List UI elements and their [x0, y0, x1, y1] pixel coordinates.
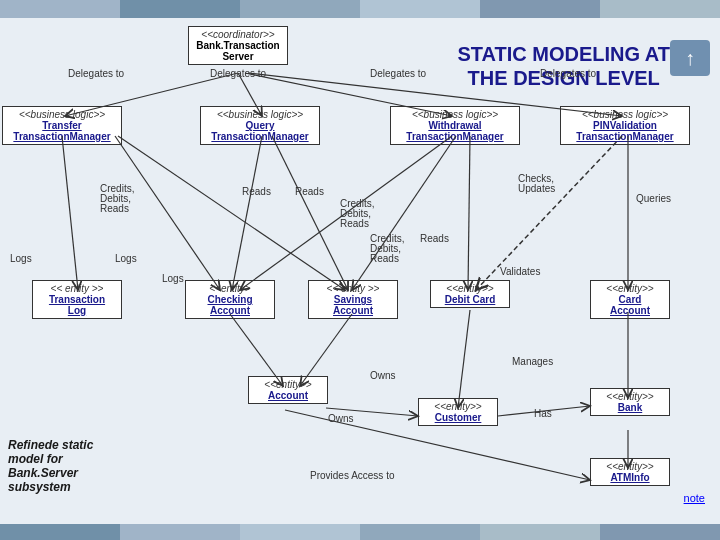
owns2-label: Owns: [328, 413, 354, 424]
customer-name: Customer: [423, 412, 493, 423]
withdrawal-name: WithdrawalTransactionManager: [395, 120, 515, 142]
bottom-bar-seg-3: [240, 524, 360, 540]
query-manager-box: <<business logic>> QueryTransactionManag…: [200, 106, 320, 145]
debitcard-name: Debit Card: [435, 294, 505, 305]
coordinator-stereotype: <<coordinator>>: [193, 29, 283, 40]
reads5-label: Reads: [295, 186, 324, 197]
atminfo-box: <<entity>> ATMInfo: [590, 458, 670, 486]
savings-name: SavingsAccount: [313, 294, 393, 316]
txlog-name: TransactionLog: [37, 294, 117, 316]
main-content: STATIC MODELING AT THE DESIGN LEVEL <<co…: [0, 18, 720, 524]
title-line1: STATIC MODELING AT: [457, 42, 670, 66]
debit-card-box: <<entity>> Debit Card: [430, 280, 510, 308]
bank-box: <<entity>> Bank: [590, 388, 670, 416]
cardaccount-stereotype: <<entity>>: [595, 283, 665, 294]
checking-name: CheckingAccount: [190, 294, 270, 316]
pin-stereotype: <<business logic>>: [565, 109, 685, 120]
account-stereotype: <<entity>>: [253, 379, 323, 390]
transaction-log-box: << entity >> TransactionLog: [32, 280, 122, 319]
account-name: Account: [253, 390, 323, 401]
bottom-bar-seg-4: [360, 524, 480, 540]
bank-stereotype: <<entity>>: [595, 391, 665, 402]
logs-label3: Logs: [162, 273, 184, 284]
customer-box: <<entity>> Customer: [418, 398, 498, 426]
query-name: QueryTransactionManager: [205, 120, 315, 142]
title-area: STATIC MODELING AT THE DESIGN LEVEL: [457, 42, 670, 90]
bar-seg-4: [360, 0, 480, 18]
savings-stereotype: << entity >>: [313, 283, 393, 294]
logs-label2: Logs: [115, 253, 137, 264]
debitcard-stereotype: <<entity>>: [435, 283, 505, 294]
bar-seg-1: [0, 0, 120, 18]
atminfo-stereotype: <<entity>>: [595, 461, 665, 472]
reads4-label: Reads: [370, 253, 399, 264]
account-box: <<entity>> Account: [248, 376, 328, 404]
bottom-bar-seg-5: [480, 524, 600, 540]
bottom-bar-seg-1: [0, 524, 120, 540]
note-link[interactable]: note: [684, 492, 705, 504]
owns-label: Owns: [370, 370, 396, 381]
transfer-manager-box: <<business logic>> TransferTransactionMa…: [2, 106, 122, 145]
transfer-name: TransferTransactionManager: [7, 120, 117, 142]
reads-label2: Reads: [242, 186, 271, 197]
transfer-stereotype: <<business logic>>: [7, 109, 117, 120]
checking-account-box: <<entity> CheckingAccount: [185, 280, 275, 319]
bottom-bar-seg-6: [600, 524, 720, 540]
pin-manager-box: <<business logic>> PINValidationTransact…: [560, 106, 690, 145]
pin-name: PINValidationTransactionManager: [565, 120, 685, 142]
txlog-stereotype: << entity >>: [37, 283, 117, 294]
bottom-bar-seg-2: [120, 524, 240, 540]
withdrawal-manager-box: <<business logic>> WithdrawalTransaction…: [390, 106, 520, 145]
bank-name: Bank: [595, 402, 665, 413]
manages-label: Manages: [512, 356, 553, 367]
atminfo-name: ATMInfo: [595, 472, 665, 483]
bar-seg-5: [480, 0, 600, 18]
updates-label: Updates: [518, 183, 555, 194]
bottom-description: Refinede staticmodel forBank.Serversubsy…: [8, 438, 93, 494]
top-decorative-bar: [0, 0, 720, 18]
coordinator-name: Bank.TransactionServer: [193, 40, 283, 62]
query-stereotype: <<business logic>>: [205, 109, 315, 120]
nav-up-icon[interactable]: [670, 40, 710, 76]
delegates-to-label-1: Delegates to: [68, 68, 124, 79]
bar-seg-3: [240, 0, 360, 18]
cardaccount-name: CardAccount: [595, 294, 665, 316]
coordinator-box: <<coordinator>> Bank.TransactionServer: [188, 26, 288, 65]
delegates-to-label-4: Delegates to: [540, 68, 596, 79]
provides-access-label: Provides Access to: [310, 470, 394, 481]
card-account-box: <<entity>> CardAccount: [590, 280, 670, 319]
customer-stereotype: <<entity>>: [423, 401, 493, 412]
savings-account-box: << entity >> SavingsAccount: [308, 280, 398, 319]
reads-label: Reads: [100, 203, 129, 214]
bar-seg-2: [120, 0, 240, 18]
logs-label: Logs: [10, 253, 32, 264]
has-label: Has: [534, 408, 552, 419]
reads6-label: Reads: [420, 233, 449, 244]
delegates-to-label-3: Delegates to: [370, 68, 426, 79]
validates-label: Validates: [500, 266, 540, 277]
checking-stereotype: <<entity>: [190, 283, 270, 294]
reads3-label: Reads: [340, 218, 369, 229]
bar-seg-6: [600, 0, 720, 18]
delegates-to-label-2: Delegates to: [210, 68, 266, 79]
bottom-decorative-bar: [0, 524, 720, 540]
queries-label: Queries: [636, 193, 671, 204]
withdrawal-stereotype: <<business logic>>: [395, 109, 515, 120]
